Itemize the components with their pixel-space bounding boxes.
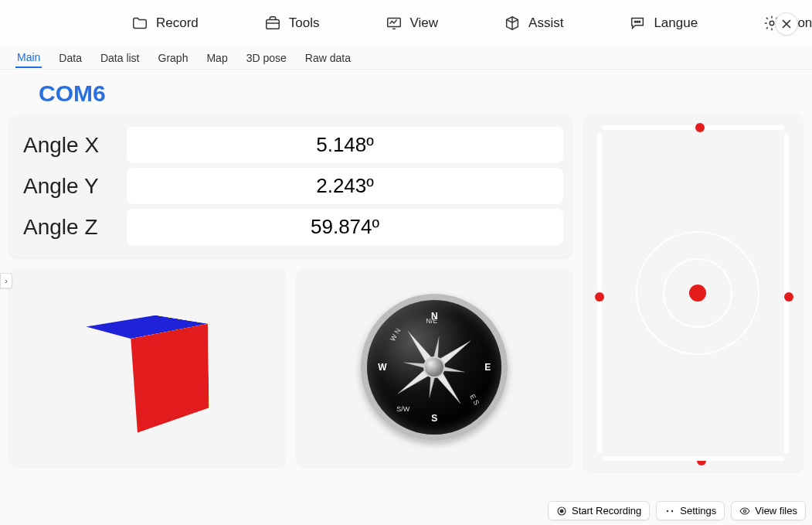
cube-panel[interactable] [9, 268, 286, 466]
eye-icon [739, 506, 750, 516]
compass-e: E [484, 362, 491, 373]
svg-point-11 [560, 509, 564, 513]
expand-handle[interactable]: › [0, 273, 12, 288]
cube-face-front [131, 324, 209, 433]
view-label: View [410, 15, 439, 31]
cube-icon [504, 15, 521, 32]
record-label: Record [156, 15, 199, 31]
view-files-button[interactable]: View files [731, 501, 806, 520]
record-dot-icon [556, 506, 567, 516]
angle-x-label: Angle X [19, 133, 119, 158]
compass-s: S [431, 413, 437, 424]
tab-raw-data[interactable]: Raw data [304, 49, 352, 67]
compass-ne: N/E [426, 317, 437, 325]
level-dot-left [595, 292, 604, 302]
settings-button[interactable]: Settings [656, 501, 725, 520]
dots-icon [664, 506, 675, 516]
start-recording-button[interactable]: Start Recording [548, 501, 650, 520]
briefcase-icon [264, 15, 281, 32]
compass-dial: N E S W N/E E S S/W W N [361, 294, 508, 441]
chart-icon [386, 15, 403, 32]
close-button[interactable] [775, 12, 798, 36]
folder-icon [131, 15, 148, 32]
level-panel[interactable] [583, 114, 803, 472]
tab-map[interactable]: Map [205, 49, 229, 67]
compass-sw: S/W [396, 405, 409, 413]
langue-label: Langue [654, 15, 698, 31]
settings-label: Settings [680, 505, 716, 516]
assist-label: Assist [528, 15, 563, 31]
level-dot-center [689, 285, 706, 302]
svg-point-3 [637, 21, 638, 22]
port-title: COM6 [0, 70, 812, 114]
record-button[interactable]: Record [131, 15, 199, 32]
svg-point-13 [671, 510, 673, 511]
svg-point-5 [770, 21, 774, 26]
svg-rect-0 [267, 19, 280, 29]
view-button[interactable]: View [386, 15, 439, 32]
assist-button[interactable]: Assist [504, 15, 563, 32]
svg-point-4 [639, 21, 640, 22]
compass-panel[interactable]: N E S W N/E E S S/W W N [297, 268, 573, 466]
chevron-right-icon: › [5, 276, 8, 285]
angle-y-value: 2.243º [127, 168, 563, 204]
tab-data-list[interactable]: Data list [99, 49, 141, 67]
angle-z-value: 59.874º [127, 209, 563, 245]
level-dot-bottom [697, 456, 706, 465]
view-files-label: View files [755, 505, 797, 516]
level-dot-right [784, 292, 793, 302]
tab-data[interactable]: Data [57, 49, 83, 67]
cube-3d [90, 309, 206, 425]
tab-main[interactable]: Main [15, 48, 42, 68]
tools-label: Tools [289, 15, 320, 31]
svg-point-12 [667, 510, 668, 511]
tab-graph[interactable]: Graph [157, 49, 190, 67]
angle-z-label: Angle Z [19, 215, 119, 240]
compass-hub [423, 356, 445, 378]
svg-point-2 [635, 21, 637, 22]
start-recording-label: Start Recording [572, 505, 641, 516]
chat-icon [629, 15, 646, 32]
angles-panel: Angle X 5.148º Angle Y 2.243º Angle Z 59… [9, 114, 572, 257]
langue-button[interactable]: Langue [629, 15, 698, 32]
angle-x-value: 5.148º [127, 127, 563, 163]
compass-w: W [378, 362, 386, 373]
svg-point-14 [744, 510, 746, 512]
level-dot-top [695, 123, 705, 132]
tools-button[interactable]: Tools [264, 15, 320, 32]
angle-y-label: Angle Y [19, 174, 119, 199]
tab-3d-pose[interactable]: 3D pose [245, 49, 288, 67]
